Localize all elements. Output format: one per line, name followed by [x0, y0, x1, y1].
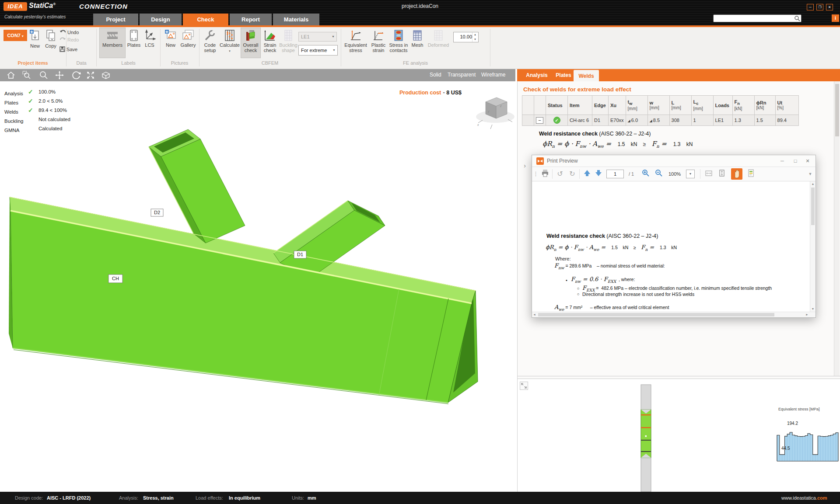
previous-page-button[interactable]	[582, 169, 592, 179]
zoom-window-icon[interactable]	[22, 70, 32, 80]
undo-button[interactable]: Undo	[60, 30, 79, 37]
minimize-button[interactable]: ─	[807, 4, 814, 10]
orientation-cube[interactable]: yzx	[475, 90, 516, 131]
tab-materials[interactable]: Materials	[273, 14, 319, 25]
view-mode-wireframe[interactable]: Wireframe	[481, 72, 505, 78]
lcs-labels-button[interactable]: LCS	[142, 28, 157, 58]
plastic-strain-button[interactable]: Plastic strain	[369, 28, 388, 58]
copy-item-button[interactable]: Copy	[43, 28, 58, 58]
3d-model-viewport[interactable]: D2 D1 CH	[0, 81, 515, 492]
collapse-row-button[interactable]: −	[536, 117, 543, 124]
zoom-icon[interactable]	[39, 70, 49, 80]
load-effects-label: Load effects:	[196, 492, 223, 504]
scrollbar-thumb[interactable]	[835, 84, 839, 136]
tab-report[interactable]: Report	[230, 14, 272, 25]
pp-close-button[interactable]: ✕	[802, 157, 814, 165]
search-input[interactable]	[715, 15, 793, 21]
code-setup-button[interactable]: Code setup	[201, 28, 219, 58]
tab-plates[interactable]: Plates	[553, 69, 574, 81]
search-box[interactable]	[713, 14, 802, 22]
search-icon[interactable]	[794, 15, 800, 21]
cell-collapse[interactable]: −	[534, 115, 546, 126]
zoom-in-button[interactable]	[640, 169, 651, 179]
pp-maximize-button[interactable]: □	[789, 157, 802, 165]
pp-vertical-scrollbar[interactable]: ▲ ▼	[810, 181, 816, 312]
plates-labels-button[interactable]: Plates	[126, 28, 141, 58]
weld-member-strip[interactable]	[639, 383, 654, 492]
expand-panel-button[interactable]	[520, 382, 528, 390]
member-label-d2[interactable]: D2	[151, 209, 163, 216]
info-button[interactable]: i	[832, 14, 839, 22]
website-link[interactable]: www.ideastatica.com	[781, 492, 827, 504]
deformed-scale-stepper[interactable]: 10.00 ▲▼	[453, 32, 479, 42]
weld-result-row[interactable]: − ✓ CH-arc 6 D1 E70xx ◢6.0 ◢8.5 308 1 LE…	[522, 115, 799, 126]
save-button[interactable]: Save	[60, 46, 77, 53]
view-mode-solid[interactable]: Solid	[430, 72, 441, 78]
redo-label: Redo	[67, 37, 79, 42]
print-preview-title: Print Preview	[547, 158, 578, 164]
zoom-out-button[interactable]	[654, 169, 664, 179]
home-view-icon[interactable]	[6, 70, 16, 80]
members-labels-button[interactable]: Members	[100, 28, 125, 58]
scroll-down-icon[interactable]: ▼	[810, 306, 816, 312]
deformed-button[interactable]: Deformed	[426, 28, 451, 58]
maximize-button[interactable]: ❐	[816, 4, 823, 10]
header-lc: Lc[mm]	[691, 96, 713, 115]
mesh-button[interactable]: Mesh	[410, 28, 425, 58]
equivalent-stress-chart	[777, 425, 839, 463]
extreme-mode-dropdown[interactable]: For extreme▼	[298, 45, 338, 56]
connection-item-dropdown[interactable]: CON7 ▾	[4, 30, 27, 41]
overall-check-button[interactable]: Overall check	[241, 28, 260, 58]
new-project-item-button[interactable]: New	[28, 28, 42, 58]
panel-collapse-chevron[interactable]: ›	[522, 160, 528, 171]
gallery-button[interactable]: Gallery	[179, 28, 197, 58]
close-button[interactable]: ✕	[826, 4, 833, 10]
member-label-d1[interactable]: D1	[294, 251, 306, 258]
kebab-menu-icon[interactable]: ⋮	[533, 169, 538, 179]
scroll-right-icon[interactable]: ►	[805, 312, 808, 317]
pp-minimize-button[interactable]: ─	[776, 157, 788, 165]
rotate-icon[interactable]	[71, 70, 81, 80]
calculate-button[interactable]: Calculate▾	[219, 28, 240, 58]
pp-hscroll-thumb[interactable]	[538, 313, 774, 316]
member-label-ch[interactable]: CH	[108, 275, 122, 283]
fit-page-button[interactable]	[717, 169, 727, 179]
scroll-up-icon[interactable]: ▲	[810, 181, 816, 187]
toolbar-overflow-icon[interactable]: ▼	[807, 169, 814, 179]
pan-tool-button-active[interactable]	[731, 168, 742, 180]
panel-splitter[interactable]	[518, 376, 840, 376]
print-button[interactable]	[540, 169, 550, 179]
zoom-fit-icon[interactable]	[86, 70, 95, 80]
check-icon: ✓	[28, 88, 33, 95]
print-preview-titlebar[interactable]: Print Preview ─ □ ✕	[532, 155, 816, 167]
next-page-button[interactable]	[593, 169, 604, 179]
tab-project[interactable]: Project	[93, 14, 138, 25]
tab-check[interactable]: Check	[183, 14, 228, 25]
tab-design[interactable]: Design	[140, 14, 182, 25]
buckling-shape-button[interactable]: Buckling shape	[279, 28, 298, 58]
pp-horizontal-scrollbar[interactable]: ◄ ►	[532, 312, 816, 317]
load-effect-dropdown[interactable]: LE1▼	[298, 32, 337, 42]
tab-welds[interactable]: Welds	[574, 70, 599, 81]
stepper-arrows[interactable]: ▲▼	[472, 32, 478, 42]
solid-view-icon[interactable]	[101, 70, 111, 80]
pp-undo-icon[interactable]: ↺	[555, 169, 565, 179]
tab-analysis[interactable]: Analysis	[523, 69, 550, 81]
stress-in-contacts-button[interactable]: Stress in contacts	[388, 28, 409, 58]
zoom-level-dropdown[interactable]: ▼	[686, 170, 695, 178]
new-picture-button[interactable]: New	[163, 28, 178, 58]
pp-vscroll-thumb[interactable]	[811, 188, 815, 225]
results-scrollbar[interactable]	[834, 81, 840, 376]
export-report-button[interactable]	[746, 169, 756, 179]
strain-check-button[interactable]: Strain check	[261, 28, 279, 58]
scroll-left-icon[interactable]: ◄	[533, 312, 536, 317]
print-preview-page[interactable]: Weld resistance check (AISC 360-22 – J2-…	[532, 181, 816, 312]
equivalent-stress-button[interactable]: Equivalent stress	[343, 28, 368, 58]
redo-button[interactable]: Redo	[60, 37, 79, 44]
pan-icon[interactable]	[55, 70, 64, 80]
print-preview-window[interactable]: Print Preview ─ □ ✕ ⋮ ↺ ↻ 1 / 1	[532, 155, 816, 318]
fit-width-button[interactable]	[704, 169, 714, 179]
pp-redo-icon[interactable]: ↻	[567, 169, 578, 179]
page-number-input[interactable]: 1	[606, 170, 624, 178]
view-mode-transparent[interactable]: Transparent	[448, 72, 476, 78]
